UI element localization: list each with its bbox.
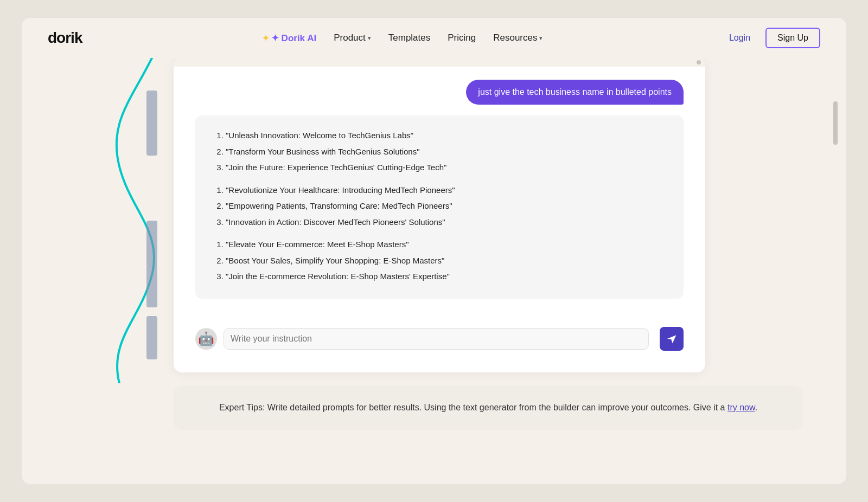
list-item: "Boost Your Sales, Simplify Your Shoppin… — [226, 254, 666, 268]
list-item: "Transform Your Business with TechGenius… — [226, 145, 666, 159]
nav-links: ✦ ✦ Dorik AI Product ▾ Templates Pricing — [262, 33, 543, 44]
nav-pricing-label: Pricing — [448, 33, 476, 43]
nav-link-resources[interactable]: Resources ▾ — [493, 33, 542, 43]
right-scrollbar[interactable] — [833, 101, 838, 145]
nav-dorik-ai-label: ✦ Dorik AI — [271, 33, 316, 44]
instruction-input[interactable] — [231, 334, 642, 344]
svg-rect-1 — [146, 221, 157, 307]
list-item: "Revolutionize Your Healthcare: Introduc… — [226, 183, 666, 197]
nav-item-dorik-ai[interactable]: ✦ ✦ Dorik AI — [262, 33, 316, 44]
ai-response-box: "Unleash Innovation: Welcome to TechGeni… — [195, 115, 684, 299]
avatar: 🤖 — [195, 328, 217, 350]
list-item: "Elevate Your E-commerce: Meet E-Shop Ma… — [226, 237, 666, 252]
expert-tips-text: Expert Tips: Write detailed prompts for … — [219, 403, 727, 412]
ai-section-3: "Elevate Your E-commerce: Meet E-Shop Ma… — [213, 237, 666, 284]
nav-item-product[interactable]: Product ▾ — [334, 33, 371, 43]
nav-link-dorik-ai[interactable]: ✦ ✦ Dorik AI — [262, 33, 316, 44]
ai-list-1: "Unleash Innovation: Welcome to TechGeni… — [213, 128, 666, 175]
try-now-link[interactable]: try now — [727, 403, 755, 412]
nav-item-pricing[interactable]: Pricing — [448, 33, 476, 43]
svg-rect-0 — [146, 91, 157, 156]
nav-link-product[interactable]: Product ▾ — [334, 33, 371, 43]
instruction-input-box[interactable] — [224, 328, 649, 350]
list-item: "Unleash Innovation: Welcome to TechGeni… — [226, 128, 666, 143]
login-button[interactable]: Login — [723, 29, 757, 47]
user-message-bubble: just give the tech business name in bull… — [466, 80, 684, 105]
send-button[interactable] — [660, 327, 684, 351]
nav-resources-label: Resources — [493, 33, 537, 43]
ai-list-2: "Revolutionize Your Healthcare: Introduc… — [213, 183, 666, 229]
chat-messages: just give the tech business name in bull… — [174, 67, 705, 323]
chat-panel: just give the tech business name in bull… — [174, 58, 705, 372]
ai-section-1: "Unleash Innovation: Welcome to TechGeni… — [213, 128, 666, 175]
nav-templates-label: Templates — [388, 33, 430, 43]
expert-tips: Expert Tips: Write detailed prompts for … — [174, 385, 803, 430]
svg-rect-2 — [146, 316, 157, 359]
ai-list-3: "Elevate Your E-commerce: Meet E-Shop Ma… — [213, 237, 666, 284]
nav-item-templates[interactable]: Templates — [388, 33, 430, 43]
signup-button[interactable]: Sign Up — [765, 28, 820, 48]
send-icon — [666, 333, 677, 344]
main-content: just give the tech business name in bull… — [22, 58, 846, 372]
list-item: "Empowering Patients, Transforming Care:… — [226, 199, 666, 213]
navbar: dorik ✦ ✦ Dorik AI Product ▾ Templates — [22, 18, 846, 58]
decorative-curve — [76, 58, 184, 383]
chevron-down-icon: ▾ — [368, 35, 371, 42]
list-item: "Join the Future: Experience TechGenius'… — [226, 160, 666, 175]
ai-section-2: "Revolutionize Your Healthcare: Introduc… — [213, 183, 666, 229]
list-item: "Innovation in Action: Discover MedTech … — [226, 215, 666, 229]
input-area: 🤖 — [174, 323, 705, 351]
sparkle-icon: ✦ — [262, 33, 269, 43]
nav-product-label: Product — [334, 33, 366, 43]
user-message-text: just give the tech business name in bull… — [478, 87, 672, 96]
chevron-down-icon-2: ▾ — [539, 35, 542, 42]
list-item: "Join the E-commerce Revolution: E-Shop … — [226, 269, 666, 284]
app-frame: dorik ✦ ✦ Dorik AI Product ▾ Templates — [22, 18, 846, 484]
logo[interactable]: dorik — [48, 29, 82, 47]
user-bubble-row: just give the tech business name in bull… — [195, 80, 684, 105]
nav-link-pricing[interactable]: Pricing — [448, 33, 476, 43]
avatar-icon: 🤖 — [198, 331, 214, 346]
nav-actions: Login Sign Up — [723, 28, 820, 48]
logo-text: dorik — [48, 29, 82, 47]
nav-link-templates[interactable]: Templates — [388, 33, 430, 43]
nav-item-resources[interactable]: Resources ▾ — [493, 33, 542, 43]
expert-tips-suffix: . — [755, 403, 757, 412]
